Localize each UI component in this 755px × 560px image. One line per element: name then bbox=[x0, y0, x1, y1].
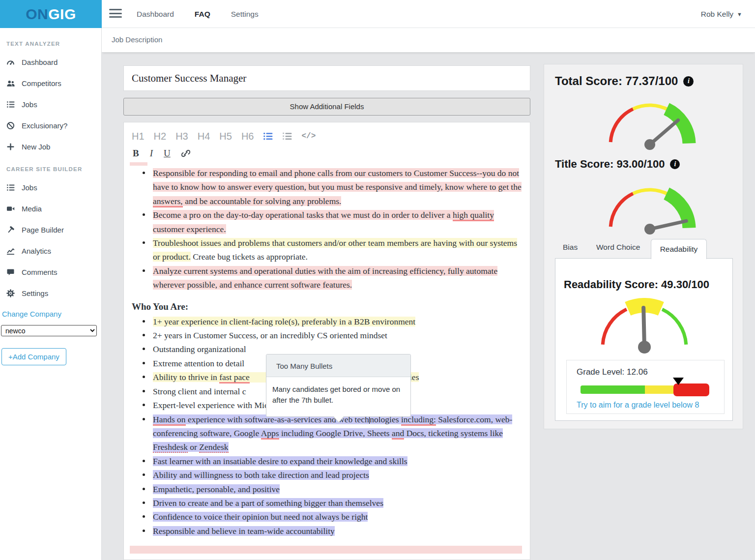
bullet-dot bbox=[143, 348, 145, 350]
sidebar-item-analytics[interactable]: Analytics bbox=[0, 240, 101, 262]
sidebar-item-new-job[interactable]: New Job bbox=[0, 136, 101, 157]
readability-gauge bbox=[598, 298, 691, 359]
nav-faq[interactable]: FAQ bbox=[195, 10, 210, 19]
editor-bullet[interactable]: Driven to create and be a part of someth… bbox=[124, 496, 523, 510]
h3-button[interactable]: H3 bbox=[175, 131, 188, 142]
h4-button[interactable]: H4 bbox=[198, 131, 210, 142]
editor-text-segment: Responsible for responding to email and … bbox=[153, 168, 522, 192]
grade-bar-segment bbox=[581, 385, 645, 394]
editor-text-segment: Confidence to voice their opinion but ne… bbox=[153, 512, 368, 522]
editor-text-segment: Hands on bbox=[153, 414, 186, 426]
code-view-icon[interactable]: </> bbox=[301, 132, 316, 141]
editor-text-segment: Strong client and internal c bbox=[153, 386, 246, 396]
grade-bar-segment bbox=[673, 383, 709, 396]
change-company-link[interactable]: Change Company bbox=[0, 304, 101, 323]
sidebar-item-exclusionary[interactable]: Exclusionary? bbox=[0, 115, 101, 136]
analytics-icon bbox=[6, 247, 15, 255]
too-many-bullets-tooltip: Too Many Bullets Many candidates get bor… bbox=[266, 354, 411, 417]
editor-text-segment: Analyze current systems and operational … bbox=[153, 266, 497, 290]
nav-dashboard[interactable]: Dashboard bbox=[137, 10, 174, 19]
h6-button[interactable]: H6 bbox=[241, 131, 254, 142]
grade-bar-marker bbox=[673, 378, 684, 385]
sidebar-section-text-analyzer: TEXT ANALYZER bbox=[0, 37, 101, 52]
link-icon[interactable] bbox=[181, 149, 190, 158]
sidebar-item-settings[interactable]: Settings bbox=[0, 283, 101, 304]
editor-bullet[interactable]: Fast learner with an insatiable desire t… bbox=[124, 454, 523, 468]
company-select[interactable]: newco bbox=[1, 325, 97, 336]
sidebar-item-media[interactable]: Media bbox=[0, 198, 101, 219]
editor-heading[interactable]: Who You Are: bbox=[124, 300, 523, 314]
editor-bullet[interactable]: 1+ year experience in client-facing role… bbox=[124, 315, 523, 328]
user-name: Rob Kelly bbox=[701, 10, 733, 19]
tooltip-arrow bbox=[333, 416, 345, 423]
sidebar-item-label: Settings bbox=[22, 289, 48, 297]
editor-bullet[interactable]: Troubleshoot issues and problems that cu… bbox=[124, 236, 523, 264]
editor-text-segment: Empathetic, personable, and positive bbox=[153, 484, 280, 494]
page-title: Customer Success Manager bbox=[132, 72, 246, 85]
show-additional-fields-button[interactable]: Show Additional Fields bbox=[123, 98, 530, 116]
jobs-icon bbox=[6, 183, 15, 192]
h1-button[interactable]: H1 bbox=[132, 131, 145, 142]
editor-bullet[interactable]: Analyze current systems and operational … bbox=[124, 264, 523, 292]
editor-text-segment: Become a pro on the day-to-day operation… bbox=[153, 210, 453, 220]
editor-bullet[interactable]: Ability and willingness to both take dir… bbox=[124, 468, 523, 482]
add-company-button[interactable]: +Add Company bbox=[1, 348, 66, 365]
italic-button[interactable]: I bbox=[150, 148, 153, 159]
sidebar-item-label: Exclusionary? bbox=[22, 121, 67, 130]
tab-readability[interactable]: Readability bbox=[651, 239, 707, 259]
ordered-list-icon[interactable] bbox=[282, 131, 292, 141]
editor-bullet[interactable]: Empathetic, personable, and positive bbox=[124, 482, 523, 496]
editor-bullet[interactable]: 2+ years in Customer Success, or an incr… bbox=[124, 328, 523, 342]
h5-button[interactable]: H5 bbox=[219, 131, 232, 142]
bullet-dot bbox=[143, 172, 145, 174]
sidebar-item-page-builder[interactable]: Page Builder bbox=[0, 219, 101, 240]
editor-text-segment: Extreme attention to detail bbox=[153, 358, 244, 368]
score-tabs: Bias Word Choice Readability bbox=[544, 239, 744, 258]
sidebar-item-label: Analytics bbox=[22, 247, 51, 255]
info-icon[interactable]: i bbox=[683, 76, 694, 87]
sidebar-item-label: Jobs bbox=[22, 100, 37, 109]
h2-button[interactable]: H2 bbox=[154, 131, 167, 142]
editor-bullet[interactable]: Confidence to voice their opinion but ne… bbox=[124, 510, 523, 524]
jobs-icon bbox=[6, 100, 15, 109]
bullet-list-icon[interactable] bbox=[263, 131, 273, 141]
editor-text-segment: answers, bbox=[153, 196, 183, 207]
editor-toolbar-row1: H1 H2 H3 H4 H5 H6 </> bbox=[124, 122, 530, 143]
editor-bullet[interactable]: Responsible and believe in team-wide acc… bbox=[124, 524, 523, 538]
ongig-logo-text: ONGIG bbox=[26, 6, 76, 23]
bullet-dot bbox=[143, 460, 145, 462]
cutoff-highlight-row bbox=[130, 546, 522, 554]
title-score-gauge bbox=[603, 182, 697, 239]
ongig-logo[interactable]: ONGIG bbox=[0, 0, 102, 28]
tab-word-choice[interactable]: Word Choice bbox=[596, 243, 640, 252]
editor-bullet[interactable]: Become a pro on the day-to-day operation… bbox=[124, 208, 523, 236]
menu-icon[interactable] bbox=[109, 9, 122, 19]
top-bar: ONGIG Dashboard FAQ Settings Rob Kelly ▼ bbox=[0, 0, 755, 28]
tooltip-body: Many candidates get bored or move on aft… bbox=[266, 377, 410, 416]
competitors-icon bbox=[6, 79, 15, 88]
bold-button[interactable]: B bbox=[133, 148, 139, 159]
tab-bias[interactable]: Bias bbox=[563, 243, 578, 252]
sidebar-item-label: Competitors bbox=[22, 79, 61, 88]
editor-bullet[interactable]: Hands on experience with software-as-a-s… bbox=[124, 413, 523, 454]
editor-text-segment: customer experience. bbox=[153, 224, 226, 234]
underline-button[interactable]: U bbox=[164, 148, 171, 159]
sidebar-item-csb-jobs[interactable]: Jobs bbox=[0, 177, 101, 198]
sidebar-item-dashboard[interactable]: Dashboard bbox=[0, 52, 101, 73]
nav-settings[interactable]: Settings bbox=[231, 10, 259, 19]
editor-text-segment: Create bug tickets as appropriate. bbox=[191, 252, 308, 262]
user-menu[interactable]: Rob Kelly ▼ bbox=[701, 0, 742, 28]
grade-level-hint[interactable]: Try to aim for a grade level below 8 bbox=[577, 401, 699, 410]
grade-level-box: Grade Level: 12.06 Try to aim for a grad… bbox=[566, 360, 725, 414]
info-icon[interactable]: i bbox=[670, 159, 680, 169]
title-score: Title Score: 93.00/100 i bbox=[555, 158, 680, 171]
editor-bullet[interactable]: Responsible for responding to email and … bbox=[124, 166, 523, 208]
sidebar-item-comments[interactable]: Comments bbox=[0, 262, 101, 283]
media-icon bbox=[6, 205, 15, 213]
sidebar-item-competitors[interactable]: Competitors bbox=[0, 73, 101, 94]
sidebar: TEXT ANALYZER Dashboard Competitors Jobs… bbox=[0, 28, 102, 560]
total-score: Total Score: 77.37/100 i bbox=[555, 74, 694, 88]
sidebar-item-jobs[interactable]: Jobs bbox=[0, 94, 101, 115]
bullet-dot bbox=[143, 320, 145, 323]
grade-level-bar bbox=[581, 385, 709, 394]
